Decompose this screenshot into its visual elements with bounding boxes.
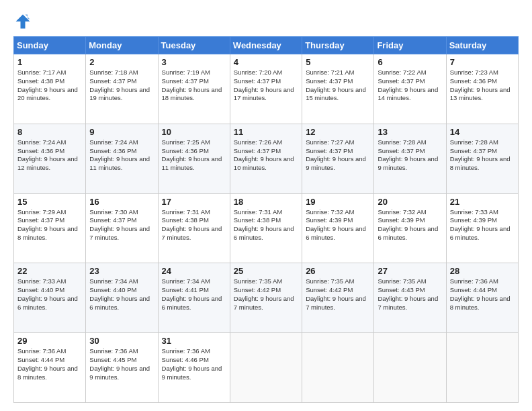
cell-info: Sunrise: 7:20 AMSunset: 4:37 PMDaylight:… [234, 68, 294, 101]
cell-info: Sunrise: 7:36 AMSunset: 4:44 PMDaylight:… [17, 347, 78, 380]
day-number: 29 [17, 336, 82, 346]
calendar-cell [230, 333, 302, 403]
cell-info: Sunrise: 7:36 AMSunset: 4:45 PMDaylight:… [89, 347, 150, 380]
cell-info: Sunrise: 7:31 AMSunset: 4:38 PMDaylight:… [162, 208, 222, 241]
calendar-cell: 10 Sunrise: 7:25 AMSunset: 4:36 PMDaylig… [158, 124, 230, 193]
cell-info: Sunrise: 7:23 AMSunset: 4:36 PMDaylight:… [450, 68, 511, 101]
header [13, 12, 519, 31]
day-number: 10 [162, 127, 226, 137]
cell-info: Sunrise: 7:18 AMSunset: 4:37 PMDaylight:… [89, 68, 150, 101]
calendar-cell: 14 Sunrise: 7:28 AMSunset: 4:37 PMDaylig… [446, 124, 518, 193]
day-number: 26 [306, 266, 370, 276]
calendar-week-row: 15 Sunrise: 7:29 AMSunset: 4:37 PMDaylig… [14, 193, 519, 263]
cell-info: Sunrise: 7:27 AMSunset: 4:37 PMDaylight:… [306, 138, 366, 171]
cell-info: Sunrise: 7:24 AMSunset: 4:36 PMDaylight:… [17, 138, 78, 171]
day-number: 17 [162, 197, 226, 207]
calendar-cell: 17 Sunrise: 7:31 AMSunset: 4:38 PMDaylig… [158, 193, 230, 263]
day-number: 6 [378, 57, 442, 67]
cell-info: Sunrise: 7:33 AMSunset: 4:40 PMDaylight:… [17, 277, 78, 310]
calendar-day-header: Wednesday [230, 37, 302, 54]
calendar-cell: 2 Sunrise: 7:18 AMSunset: 4:37 PMDayligh… [86, 54, 158, 124]
calendar-cell [446, 333, 518, 403]
calendar-cell: 16 Sunrise: 7:30 AMSunset: 4:37 PMDaylig… [86, 193, 158, 263]
cell-info: Sunrise: 7:35 AMSunset: 4:43 PMDaylight:… [378, 277, 438, 310]
calendar-cell: 25 Sunrise: 7:35 AMSunset: 4:42 PMDaylig… [230, 263, 302, 333]
calendar-day-header: Thursday [302, 37, 374, 54]
cell-info: Sunrise: 7:32 AMSunset: 4:39 PMDaylight:… [378, 208, 438, 241]
cell-info: Sunrise: 7:19 AMSunset: 4:37 PMDaylight:… [162, 68, 222, 101]
calendar-day-header: Monday [86, 37, 158, 54]
cell-info: Sunrise: 7:21 AMSunset: 4:37 PMDaylight:… [306, 68, 366, 101]
calendar-cell: 27 Sunrise: 7:35 AMSunset: 4:43 PMDaylig… [374, 263, 446, 333]
cell-info: Sunrise: 7:34 AMSunset: 4:40 PMDaylight:… [89, 277, 150, 310]
day-number: 30 [89, 336, 154, 346]
day-number: 27 [378, 266, 442, 276]
calendar-cell: 1 Sunrise: 7:17 AMSunset: 4:38 PMDayligh… [14, 54, 86, 124]
day-number: 21 [450, 197, 515, 207]
logo [13, 12, 35, 31]
day-number: 20 [378, 197, 442, 207]
calendar-cell: 20 Sunrise: 7:32 AMSunset: 4:39 PMDaylig… [374, 193, 446, 263]
day-number: 1 [17, 57, 82, 67]
calendar-week-row: 29 Sunrise: 7:36 AMSunset: 4:44 PMDaylig… [14, 333, 519, 403]
calendar-cell: 29 Sunrise: 7:36 AMSunset: 4:44 PMDaylig… [14, 333, 86, 403]
day-number: 13 [378, 127, 442, 137]
calendar-table: SundayMondayTuesdayWednesdayThursdayFrid… [13, 36, 519, 403]
day-number: 2 [89, 57, 154, 67]
calendar-day-header: Tuesday [158, 37, 230, 54]
day-number: 8 [17, 127, 82, 137]
calendar-cell: 7 Sunrise: 7:23 AMSunset: 4:36 PMDayligh… [446, 54, 518, 124]
day-number: 3 [162, 57, 226, 67]
calendar-cell [374, 333, 446, 403]
calendar-cell: 4 Sunrise: 7:20 AMSunset: 4:37 PMDayligh… [230, 54, 302, 124]
calendar-cell: 11 Sunrise: 7:26 AMSunset: 4:37 PMDaylig… [230, 124, 302, 193]
cell-info: Sunrise: 7:34 AMSunset: 4:41 PMDaylight:… [162, 277, 222, 310]
logo-icon [13, 12, 32, 31]
calendar-cell: 13 Sunrise: 7:28 AMSunset: 4:37 PMDaylig… [374, 124, 446, 193]
day-number: 15 [17, 197, 82, 207]
day-number: 31 [162, 336, 226, 346]
day-number: 22 [17, 266, 82, 276]
cell-info: Sunrise: 7:35 AMSunset: 4:42 PMDaylight:… [306, 277, 366, 310]
svg-marker-0 [16, 15, 30, 29]
calendar-cell: 28 Sunrise: 7:36 AMSunset: 4:44 PMDaylig… [446, 263, 518, 333]
day-number: 4 [234, 57, 298, 67]
calendar-week-row: 8 Sunrise: 7:24 AMSunset: 4:36 PMDayligh… [14, 124, 519, 193]
calendar-cell: 15 Sunrise: 7:29 AMSunset: 4:37 PMDaylig… [14, 193, 86, 263]
day-number: 7 [450, 57, 515, 67]
cell-info: Sunrise: 7:36 AMSunset: 4:46 PMDaylight:… [162, 347, 222, 380]
calendar-day-header: Friday [374, 37, 446, 54]
cell-info: Sunrise: 7:36 AMSunset: 4:44 PMDaylight:… [450, 277, 511, 310]
day-number: 24 [162, 266, 226, 276]
calendar-cell: 6 Sunrise: 7:22 AMSunset: 4:37 PMDayligh… [374, 54, 446, 124]
calendar-cell: 30 Sunrise: 7:36 AMSunset: 4:45 PMDaylig… [86, 333, 158, 403]
cell-info: Sunrise: 7:17 AMSunset: 4:38 PMDaylight:… [17, 68, 78, 101]
day-number: 18 [234, 197, 298, 207]
day-number: 19 [306, 197, 370, 207]
page: SundayMondayTuesdayWednesdayThursdayFrid… [0, 0, 532, 411]
calendar-cell: 22 Sunrise: 7:33 AMSunset: 4:40 PMDaylig… [14, 263, 86, 333]
cell-info: Sunrise: 7:24 AMSunset: 4:36 PMDaylight:… [89, 138, 150, 171]
day-number: 25 [234, 266, 298, 276]
cell-info: Sunrise: 7:31 AMSunset: 4:38 PMDaylight:… [234, 208, 294, 241]
calendar-cell: 23 Sunrise: 7:34 AMSunset: 4:40 PMDaylig… [86, 263, 158, 333]
day-number: 9 [89, 127, 154, 137]
calendar-cell: 12 Sunrise: 7:27 AMSunset: 4:37 PMDaylig… [302, 124, 374, 193]
day-number: 11 [234, 127, 298, 137]
calendar-day-header: Saturday [446, 37, 518, 54]
calendar-cell: 31 Sunrise: 7:36 AMSunset: 4:46 PMDaylig… [158, 333, 230, 403]
calendar-day-header: Sunday [14, 37, 86, 54]
cell-info: Sunrise: 7:28 AMSunset: 4:37 PMDaylight:… [378, 138, 438, 171]
calendar-cell: 18 Sunrise: 7:31 AMSunset: 4:38 PMDaylig… [230, 193, 302, 263]
calendar-cell: 19 Sunrise: 7:32 AMSunset: 4:39 PMDaylig… [302, 193, 374, 263]
calendar-week-row: 1 Sunrise: 7:17 AMSunset: 4:38 PMDayligh… [14, 54, 519, 124]
cell-info: Sunrise: 7:30 AMSunset: 4:37 PMDaylight:… [89, 208, 150, 241]
day-number: 14 [450, 127, 515, 137]
calendar-cell: 8 Sunrise: 7:24 AMSunset: 4:36 PMDayligh… [14, 124, 86, 193]
cell-info: Sunrise: 7:35 AMSunset: 4:42 PMDaylight:… [234, 277, 294, 310]
cell-info: Sunrise: 7:29 AMSunset: 4:37 PMDaylight:… [17, 208, 78, 241]
cell-info: Sunrise: 7:26 AMSunset: 4:37 PMDaylight:… [234, 138, 294, 171]
day-number: 16 [89, 197, 154, 207]
calendar-cell: 9 Sunrise: 7:24 AMSunset: 4:36 PMDayligh… [86, 124, 158, 193]
day-number: 23 [89, 266, 154, 276]
